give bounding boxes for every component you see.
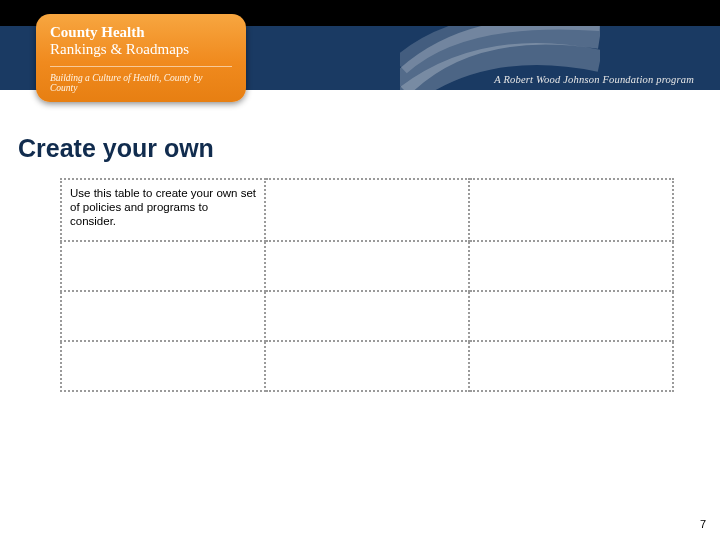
table-cell <box>265 179 469 241</box>
logo-badge: County Health Rankings & Roadmaps Buildi… <box>36 14 246 102</box>
table-cell <box>469 341 673 391</box>
badge-subtitle: Building a Culture of Health, County by … <box>50 73 232 93</box>
table-cell <box>469 291 673 341</box>
page-title: Create your own <box>18 134 214 163</box>
table-cell <box>469 179 673 241</box>
table-cell <box>61 291 265 341</box>
page-number: 7 <box>700 518 706 530</box>
table-cell <box>265 291 469 341</box>
table-cell <box>61 341 265 391</box>
table-cell <box>265 341 469 391</box>
table-cell <box>61 241 265 291</box>
badge-title-line1: County Health <box>50 24 232 40</box>
slide: A Robert Wood Johnson Foundation program… <box>0 0 720 540</box>
table-cell <box>265 241 469 291</box>
table-cell-instruction: Use this table to create your own set of… <box>61 179 265 241</box>
policy-table: Use this table to create your own set of… <box>60 178 674 392</box>
table-cell <box>469 241 673 291</box>
foundation-tagline: A Robert Wood Johnson Foundation program <box>494 74 694 85</box>
badge-divider <box>50 66 232 67</box>
badge-title-line2: Rankings & Roadmaps <box>50 41 232 58</box>
